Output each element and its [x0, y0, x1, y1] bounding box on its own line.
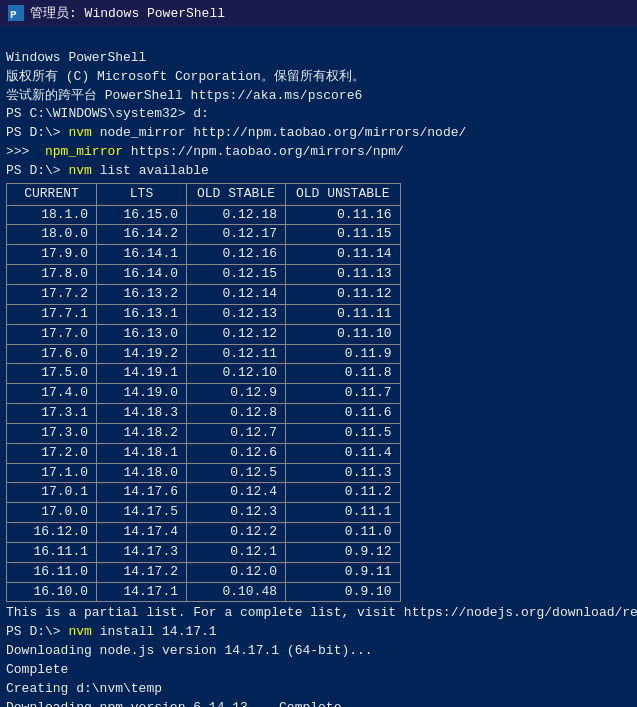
table-header: CURRENT	[7, 183, 97, 205]
table-cell: 0.12.13	[187, 304, 286, 324]
table-cell: 0.11.14	[286, 245, 401, 265]
table-cell: 0.11.12	[286, 284, 401, 304]
table-row: 17.7.216.13.20.12.140.11.12	[7, 284, 401, 304]
install-line: Creating d:\nvm\temp	[6, 680, 631, 699]
table-cell: 14.19.2	[97, 344, 187, 364]
table-cell: 0.12.10	[187, 364, 286, 384]
table-cell: 0.12.0	[187, 562, 286, 582]
table-cell: 0.11.13	[286, 265, 401, 285]
install-line: Downloading npm version 6.14.13... Compl…	[6, 699, 631, 707]
table-row: 16.12.014.17.40.12.20.11.0	[7, 523, 401, 543]
table-cell: 16.11.0	[7, 562, 97, 582]
table-cell: 14.18.3	[97, 404, 187, 424]
table-cell: 0.12.7	[187, 423, 286, 443]
table-cell: 0.9.11	[286, 562, 401, 582]
table-row: 17.1.014.18.00.12.50.11.3	[7, 463, 401, 483]
table-cell: 0.11.7	[286, 384, 401, 404]
version-table: CURRENTLTSOLD STABLEOLD UNSTABLE18.1.016…	[6, 183, 631, 603]
table-cell: 0.9.12	[286, 542, 401, 562]
table-cell: 0.12.5	[187, 463, 286, 483]
table-cell: 14.19.1	[97, 364, 187, 384]
table-cell: 0.12.4	[187, 483, 286, 503]
svg-text:P: P	[10, 9, 17, 21]
table-cell: 16.13.1	[97, 304, 187, 324]
table-header: OLD STABLE	[187, 183, 286, 205]
table-cell: 17.8.0	[7, 265, 97, 285]
table-cell: 0.11.0	[286, 523, 401, 543]
table-cell: 0.12.17	[187, 225, 286, 245]
table-cell: 17.7.2	[7, 284, 97, 304]
table-cell: 14.18.1	[97, 443, 187, 463]
table-row: 16.10.014.17.10.10.480.9.10	[7, 582, 401, 602]
table-row: 18.0.016.14.20.12.170.11.15	[7, 225, 401, 245]
table-cell: 16.14.2	[97, 225, 187, 245]
install-line: PS D:\> nvm install 14.17.1	[6, 623, 631, 642]
command-line: >>> npm_mirror https://npm.taobao.org/mi…	[6, 143, 631, 162]
table-cell: 0.12.9	[187, 384, 286, 404]
table-cell: 14.17.1	[97, 582, 187, 602]
table-cell: 17.3.1	[7, 404, 97, 424]
window-title: 管理员: Windows PowerShell	[30, 4, 225, 22]
table-cell: 17.5.0	[7, 364, 97, 384]
table-cell: 14.18.2	[97, 423, 187, 443]
table-cell: 16.14.0	[97, 265, 187, 285]
table-cell: 14.18.0	[97, 463, 187, 483]
table-cell: 14.17.3	[97, 542, 187, 562]
table-header: OLD UNSTABLE	[286, 183, 401, 205]
table-cell: 17.3.0	[7, 423, 97, 443]
table-cell: 14.17.4	[97, 523, 187, 543]
table-cell: 0.11.2	[286, 483, 401, 503]
title-bar: P 管理员: Windows PowerShell	[0, 0, 637, 26]
table-cell: 0.12.2	[187, 523, 286, 543]
table-cell: 0.11.3	[286, 463, 401, 483]
intro-line: Windows PowerShell	[6, 49, 631, 68]
table-row: 17.3.114.18.30.12.80.11.6	[7, 404, 401, 424]
table-cell: 0.12.18	[187, 205, 286, 225]
table-row: 17.4.014.19.00.12.90.11.7	[7, 384, 401, 404]
install-line: Downloading node.js version 14.17.1 (64-…	[6, 642, 631, 661]
table-row: 17.9.016.14.10.12.160.11.14	[7, 245, 401, 265]
table-cell: 16.11.1	[7, 542, 97, 562]
table-cell: 18.1.0	[7, 205, 97, 225]
intro-line: 尝试新的跨平台 PowerShell https://aka.ms/pscore…	[6, 87, 631, 106]
table-cell: 0.11.10	[286, 324, 401, 344]
command-line: PS C:\WINDOWS\system32> d:	[6, 105, 631, 124]
table-cell: 0.11.6	[286, 404, 401, 424]
table-cell: 16.13.2	[97, 284, 187, 304]
table-cell: 0.11.9	[286, 344, 401, 364]
table-cell: 0.11.8	[286, 364, 401, 384]
table-row: 16.11.114.17.30.12.10.9.12	[7, 542, 401, 562]
table-cell: 0.12.11	[187, 344, 286, 364]
table-cell: 0.11.15	[286, 225, 401, 245]
powershell-icon: P	[8, 5, 24, 21]
table-row: 17.0.114.17.60.12.40.11.2	[7, 483, 401, 503]
command-line: PS D:\> nvm list available	[6, 162, 631, 181]
table-cell: 14.19.0	[97, 384, 187, 404]
table-row: 18.1.016.15.00.12.180.11.16	[7, 205, 401, 225]
table-cell: 16.10.0	[7, 582, 97, 602]
table-row: 17.5.014.19.10.12.100.11.8	[7, 364, 401, 384]
info-line: This is a partial list. For a complete l…	[6, 604, 631, 623]
table-cell: 17.2.0	[7, 443, 97, 463]
table-row: 17.0.014.17.50.12.30.11.1	[7, 503, 401, 523]
table-cell: 0.12.1	[187, 542, 286, 562]
table-cell: 0.11.11	[286, 304, 401, 324]
table-row: 17.2.014.18.10.12.60.11.4	[7, 443, 401, 463]
table-cell: 0.12.15	[187, 265, 286, 285]
table-cell: 17.0.1	[7, 483, 97, 503]
table-cell: 17.7.1	[7, 304, 97, 324]
terminal: Windows PowerShell版权所有 (C) Microsoft Cor…	[0, 26, 637, 707]
table-cell: 0.12.6	[187, 443, 286, 463]
table-cell: 17.0.0	[7, 503, 97, 523]
table-cell: 0.12.16	[187, 245, 286, 265]
intro-line: 版权所有 (C) Microsoft Corporation。保留所有权利。	[6, 68, 631, 87]
command-line: PS D:\> nvm node_mirror http://npm.taoba…	[6, 124, 631, 143]
table-cell: 0.12.8	[187, 404, 286, 424]
table-row: 17.6.014.19.20.12.110.11.9	[7, 344, 401, 364]
install-line: Complete	[6, 661, 631, 680]
table-cell: 0.10.48	[187, 582, 286, 602]
table-cell: 0.12.3	[187, 503, 286, 523]
table-row: 17.8.016.14.00.12.150.11.13	[7, 265, 401, 285]
table-cell: 16.14.1	[97, 245, 187, 265]
table-cell: 0.12.14	[187, 284, 286, 304]
